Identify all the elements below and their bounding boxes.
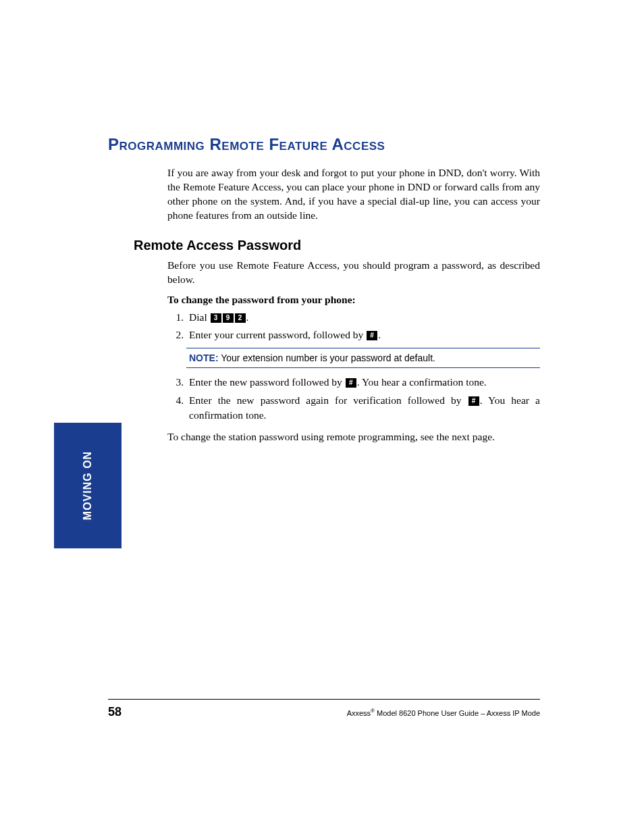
footer-rule bbox=[108, 699, 540, 700]
step-3: Enter the new password followed by #. Yo… bbox=[186, 375, 540, 390]
subsection-body: Before you use Remote Feature Access, yo… bbox=[167, 259, 540, 444]
keycap-2: 2 bbox=[235, 313, 246, 323]
step-1-prefix: Dial bbox=[189, 311, 210, 323]
keycap-pound: # bbox=[367, 331, 377, 340]
procedure-title: To change the password from your phone: bbox=[167, 294, 540, 306]
section-intro: If you are away from your desk and forgo… bbox=[167, 166, 540, 223]
step-2: Enter your current password, followed by… bbox=[186, 328, 540, 342]
footer-rest: Model 8620 Phone User Guide – Axxess IP … bbox=[375, 709, 540, 717]
step-3-prefix: Enter the new password followed by bbox=[189, 376, 345, 388]
footer-brand: Axxess bbox=[347, 709, 371, 717]
footer-text: Axxess® Model 8620 Phone User Guide – Ax… bbox=[347, 708, 540, 717]
step-2-suffix: . bbox=[378, 329, 381, 340]
step-4: Enter the new password again for verific… bbox=[186, 393, 540, 423]
note-label: NOTE: bbox=[189, 353, 219, 363]
subsection-heading: Remote Access Password bbox=[134, 238, 540, 253]
keycap-pound-3: # bbox=[468, 396, 479, 406]
step-list: Dial 392. Enter your current password, f… bbox=[167, 310, 540, 343]
keycap-3: 3 bbox=[211, 313, 221, 323]
step-2-prefix: Enter your current password, followed by bbox=[189, 329, 366, 340]
section-heading: Programming Remote Feature Access bbox=[108, 135, 540, 154]
step-3-suffix: . You hear a confirmation tone. bbox=[357, 376, 487, 388]
side-tab: MOVING ON bbox=[54, 423, 122, 548]
page-number: 58 bbox=[108, 705, 122, 719]
note-box: NOTE: Your extension number is your pass… bbox=[186, 348, 540, 368]
side-tab-label: MOVING ON bbox=[82, 451, 94, 520]
step-4-prefix: Enter the new password again for verific… bbox=[189, 394, 468, 406]
step-1: Dial 392. bbox=[186, 310, 540, 325]
note-text: Your extension number is your password a… bbox=[219, 353, 435, 363]
keycap-9: 9 bbox=[223, 313, 234, 323]
main-content: Programming Remote Feature Access If you… bbox=[108, 135, 540, 451]
step-1-suffix: . bbox=[246, 311, 249, 323]
closing-text: To change the station password using rem… bbox=[167, 430, 540, 444]
document-page: Programming Remote Feature Access If you… bbox=[0, 0, 644, 834]
keycap-pound-2: # bbox=[346, 378, 356, 388]
subsection-intro: Before you use Remote Feature Access, yo… bbox=[167, 259, 540, 287]
step-list-continued: Enter the new password followed by #. Yo… bbox=[167, 375, 540, 423]
